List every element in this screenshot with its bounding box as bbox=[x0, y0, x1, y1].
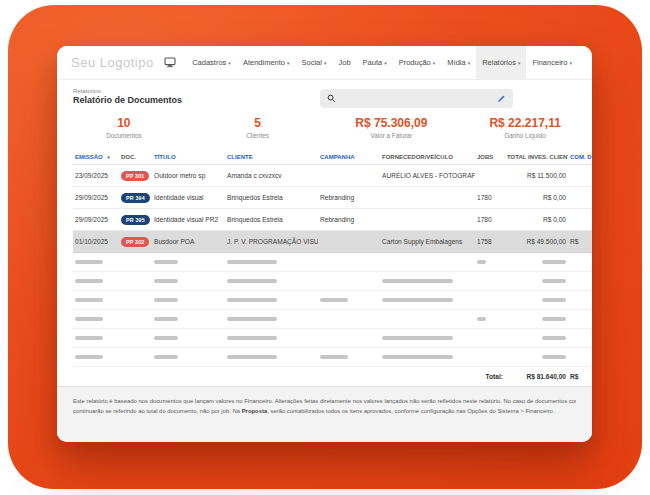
column-header-com[interactable]: COM. D bbox=[568, 150, 592, 165]
edit-pencil-icon[interactable] bbox=[496, 94, 506, 104]
cell-cliente: Brinquedos Estrela bbox=[225, 209, 318, 231]
cell-jobs: 1780 bbox=[475, 187, 505, 209]
cell-total: R$ 49.500,00 bbox=[505, 231, 568, 253]
skeleton-bar bbox=[382, 336, 453, 340]
table-row[interactable]: 29/09/2025 PR 395 Identidade visual PR2 … bbox=[73, 209, 592, 231]
nav-label: Atendimento bbox=[243, 58, 285, 67]
monitor-icon[interactable] bbox=[164, 57, 176, 68]
column-header-campanha[interactable]: CAMPANHA bbox=[318, 150, 380, 165]
skeleton-row bbox=[73, 272, 592, 291]
stat-value: R$ 22.217,11 bbox=[458, 116, 592, 130]
stat-clientes: 5 Clientes bbox=[191, 116, 325, 152]
column-label: TOTAL INVES. CLIENTE bbox=[507, 154, 568, 160]
skeleton-bar bbox=[227, 260, 277, 264]
chevron-down-icon: ▾ bbox=[569, 60, 572, 66]
chevron-down-icon: ▾ bbox=[518, 60, 521, 66]
cell-campanha bbox=[318, 165, 380, 187]
nav-item-cadastros[interactable]: Cadastros ▾ bbox=[186, 46, 237, 80]
stat-ganho-liquido: R$ 22.217,11 Ganho Líquido bbox=[458, 116, 592, 152]
skeleton-bar bbox=[227, 355, 277, 359]
nav-item-job[interactable]: Job bbox=[332, 46, 356, 80]
skeleton-bar bbox=[227, 279, 277, 283]
sort-desc-icon: ▼ bbox=[106, 155, 110, 160]
nav-item-social[interactable]: Social ▾ bbox=[296, 46, 333, 80]
footer-note-bold: Proposta bbox=[242, 408, 268, 414]
chevron-down-icon: ▾ bbox=[433, 60, 436, 66]
cell-campanha: Rebranding bbox=[318, 187, 380, 209]
page-header: Relatórios Relatório de Documentos bbox=[57, 80, 592, 112]
chevron-down-icon: ▾ bbox=[324, 60, 327, 66]
cell-total: R$ 11.500,00 bbox=[505, 165, 568, 187]
skeleton-bar bbox=[382, 298, 453, 302]
cell-emissao: 29/09/2025 bbox=[73, 209, 119, 231]
skeleton-bar bbox=[154, 260, 178, 264]
column-label: EMISSÃO bbox=[75, 154, 103, 160]
cell-fornecedor bbox=[380, 209, 475, 231]
search-input[interactable] bbox=[341, 95, 496, 102]
skeleton-bar bbox=[75, 355, 103, 359]
column-header-titulo[interactable]: TÍTULO bbox=[152, 150, 225, 165]
nav-item-midia[interactable]: Mídia ▾ bbox=[441, 46, 476, 80]
column-header-doc[interactable]: DOC. bbox=[119, 150, 152, 165]
cell-doc: PP 301 bbox=[119, 165, 152, 187]
footer-note-line1: Este relatório é baseado nos documentos … bbox=[73, 396, 576, 406]
skeleton-bar bbox=[542, 317, 566, 321]
cell-total: R$ 0,00 bbox=[505, 209, 568, 231]
table-row-selected[interactable]: 01/10/2025 PP 302 Busdoor POA J. P. V. P… bbox=[73, 231, 592, 253]
skeleton-bar bbox=[477, 260, 486, 264]
doc-badge[interactable]: PP 301 bbox=[121, 171, 149, 181]
doc-badge[interactable]: PR 395 bbox=[121, 215, 150, 225]
cell-cliente: J. P. V. PROGRAMAÇÃO VISUAL bbox=[225, 231, 318, 253]
cell-doc: PP 302 bbox=[119, 231, 152, 253]
cell-fornecedor bbox=[380, 187, 475, 209]
doc-badge[interactable]: PP 302 bbox=[121, 237, 149, 247]
skeleton-bar bbox=[382, 279, 453, 283]
stats-row: 10 Documentos 5 Clientes R$ 75.306,09 Va… bbox=[57, 116, 592, 152]
nav-item-relatorios[interactable]: Relatórios ▾ bbox=[476, 46, 526, 80]
skeleton-bar bbox=[75, 317, 103, 321]
search-icon bbox=[327, 94, 336, 103]
skeleton-bar bbox=[227, 336, 277, 340]
cell-titulo: Identidade visual PR2 bbox=[152, 209, 225, 231]
skeleton-bar bbox=[477, 317, 486, 321]
skeleton-row bbox=[73, 291, 592, 310]
nav-label: Relatórios bbox=[482, 58, 516, 67]
cell-cliente: Amanda c cxvzxcv bbox=[225, 165, 318, 187]
stat-label: Documentos bbox=[57, 132, 191, 139]
stat-documentos: 10 Documentos bbox=[57, 116, 191, 152]
nav-label: Mídia bbox=[447, 58, 465, 67]
column-header-fornecedor[interactable]: FORNECEDOR/VEÍCULO bbox=[380, 150, 475, 165]
nav-item-producao[interactable]: Produção ▾ bbox=[393, 46, 442, 80]
nav-item-atendimento[interactable]: Atendimento ▾ bbox=[237, 46, 296, 80]
column-header-jobs[interactable]: JOBS bbox=[475, 150, 505, 165]
nav-item-financeiro[interactable]: Financeiro ▾ bbox=[526, 46, 578, 80]
chevron-down-icon: ▾ bbox=[287, 60, 290, 66]
nav-label: Produção bbox=[399, 58, 431, 67]
footer-note-line2: continuarão se referindo ao total do doc… bbox=[73, 406, 576, 416]
skeleton-bar bbox=[75, 279, 103, 283]
total-com-value: R$ bbox=[568, 367, 592, 385]
skeleton-bar bbox=[154, 355, 178, 359]
skeleton-bar bbox=[542, 279, 566, 283]
skeleton-bar bbox=[75, 336, 103, 340]
table-row[interactable]: 23/09/2025 PP 301 Outdoor metro sp Amand… bbox=[73, 165, 592, 187]
column-header-cliente[interactable]: CLIENTE bbox=[225, 150, 318, 165]
cell-emissao: 29/09/2025 bbox=[73, 187, 119, 209]
cell-titulo: Identidade visual bbox=[152, 187, 225, 209]
cell-jobs bbox=[475, 165, 505, 187]
cell-emissao: 23/09/2025 bbox=[73, 165, 119, 187]
chevron-down-icon: ▾ bbox=[228, 60, 231, 66]
cell-titulo: Outdoor metro sp bbox=[152, 165, 225, 187]
table-row[interactable]: 29/09/2025 PR 394 Identidade visual Brin… bbox=[73, 187, 592, 209]
cell-jobs: 1758 bbox=[475, 231, 505, 253]
nav-menu: Cadastros ▾ Atendimento ▾ Social ▾ Job P… bbox=[164, 46, 578, 80]
skeleton-bar bbox=[227, 298, 277, 302]
column-header-emissao[interactable]: EMISSÃO ▼ bbox=[73, 150, 119, 165]
nav-item-pauta[interactable]: Pauta ▾ bbox=[357, 46, 393, 80]
breadcrumb: Relatórios bbox=[73, 87, 101, 94]
skeleton-bar bbox=[542, 260, 566, 264]
cell-com bbox=[568, 187, 592, 209]
column-header-total-inves[interactable]: TOTAL INVES. CLIENTE bbox=[505, 150, 568, 165]
total-value: R$ 81.640,00 bbox=[505, 367, 568, 385]
doc-badge[interactable]: PR 394 bbox=[121, 193, 150, 203]
